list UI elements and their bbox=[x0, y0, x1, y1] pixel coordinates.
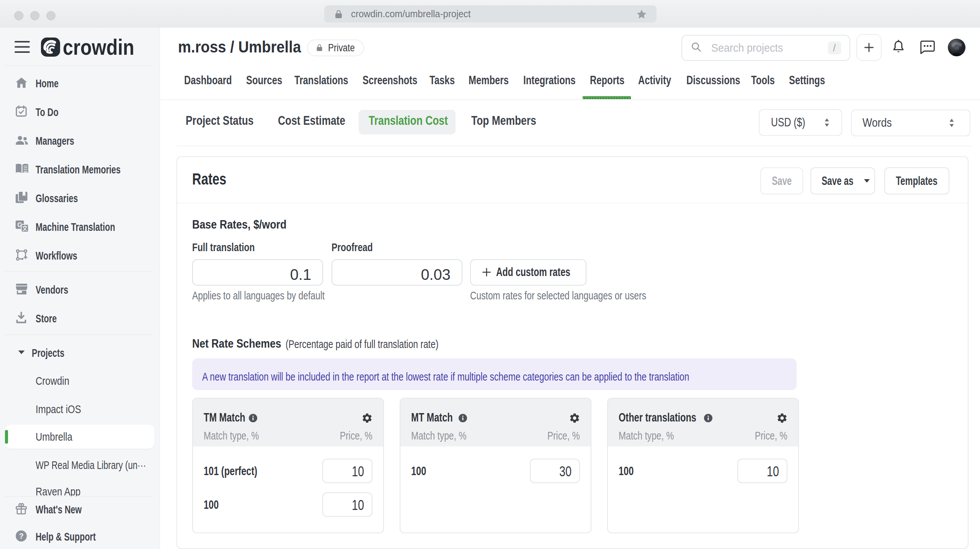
svg-text:?: ? bbox=[19, 532, 23, 540]
